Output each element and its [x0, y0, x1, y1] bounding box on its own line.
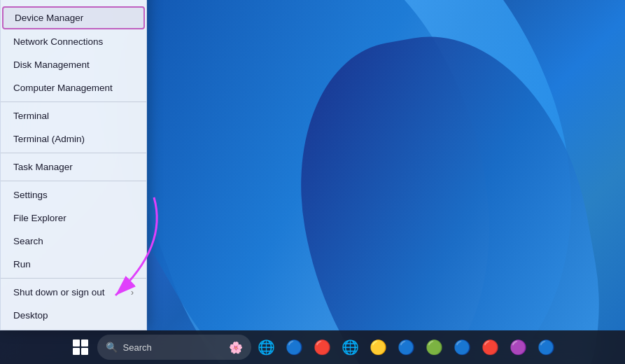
menu-item-disk-management[interactable]: Disk Management: [1, 53, 146, 76]
menu-item-device-manager[interactable]: Device Manager: [2, 6, 145, 29]
taskbar-icon-6[interactable]: 🟢: [422, 335, 447, 360]
windows-logo: [73, 340, 88, 355]
menu-item-computer-management[interactable]: Computer Management: [1, 76, 146, 99]
separator-after-task-manager: [1, 181, 146, 181]
taskbar-icon-2[interactable]: 🔴: [310, 335, 335, 360]
menu-item-shut-down[interactable]: Shut down or sign out›: [1, 281, 146, 304]
taskbar-icon-3[interactable]: 🌐: [338, 335, 363, 360]
menu-item-terminal[interactable]: Terminal: [1, 104, 146, 127]
menu-label-device-manager: Device Manager: [15, 13, 83, 23]
menu-label-settings: Settings: [13, 190, 48, 200]
taskbar-icon-0[interactable]: 🌐: [254, 335, 279, 360]
menu-label-search: Search: [13, 236, 43, 246]
start-button[interactable]: [66, 333, 94, 361]
taskbar-icon-1[interactable]: 🔵: [282, 335, 307, 360]
menu-item-search[interactable]: Search: [1, 230, 146, 253]
taskbar-icon-5[interactable]: 🔵: [394, 335, 419, 360]
taskbar-search-bar[interactable]: 🔍 Search 🌸: [97, 335, 251, 360]
taskbar: 🔍 Search 🌸 🌐 🔵 🔴 🌐 🟡 🔵 🟢 🔵 🔴 🟣 🔵: [0, 330, 625, 364]
taskbar-icon-7[interactable]: 🔵: [450, 335, 475, 360]
taskbar-icon-9[interactable]: 🟣: [506, 335, 531, 360]
menu-label-terminal: Terminal: [13, 111, 49, 121]
context-menu: SystemDevice ManagerNetwork ConnectionsD…: [0, 0, 147, 330]
search-text: Search: [123, 342, 223, 353]
menu-item-task-manager[interactable]: Task Manager: [1, 155, 146, 178]
menu-item-terminal-admin[interactable]: Terminal (Admin): [1, 127, 146, 150]
menu-label-computer-management: Computer Management: [13, 83, 113, 93]
separator-after-computer-management: [1, 102, 146, 102]
menu-arrow-shut-down: ›: [131, 288, 134, 298]
menu-item-system[interactable]: System: [1, 0, 146, 6]
taskbar-icon-4[interactable]: 🟡: [366, 335, 391, 360]
flower-icon: 🌸: [229, 341, 243, 354]
menu-label-desktop: Desktop: [13, 310, 48, 321]
taskbar-center: 🔍 Search 🌸 🌐 🔵 🔴 🌐 🟡 🔵 🟢 🔵 🔴 🟣 🔵: [66, 333, 559, 361]
menu-item-network-connections[interactable]: Network Connections: [1, 30, 146, 53]
menu-item-run[interactable]: Run: [1, 253, 146, 276]
menu-label-run: Run: [13, 259, 31, 270]
menu-item-file-explorer[interactable]: File Explorer: [1, 206, 146, 230]
menu-label-file-explorer: File Explorer: [13, 213, 66, 223]
menu-label-network-connections: Network Connections: [13, 36, 103, 47]
taskbar-icon-10[interactable]: 🔵: [534, 335, 559, 360]
menu-item-desktop[interactable]: Desktop: [1, 304, 146, 327]
separator-after-run: [1, 278, 146, 279]
menu-item-settings[interactable]: Settings: [1, 183, 146, 206]
menu-label-terminal-admin: Terminal (Admin): [13, 134, 85, 144]
separator-after-terminal-admin: [1, 153, 146, 153]
menu-label-shut-down: Shut down or sign out: [13, 287, 105, 298]
taskbar-icon-8[interactable]: 🔴: [478, 335, 503, 360]
search-icon: 🔍: [106, 342, 118, 353]
menu-label-task-manager: Task Manager: [13, 162, 73, 172]
menu-label-disk-management: Disk Management: [13, 59, 90, 70]
